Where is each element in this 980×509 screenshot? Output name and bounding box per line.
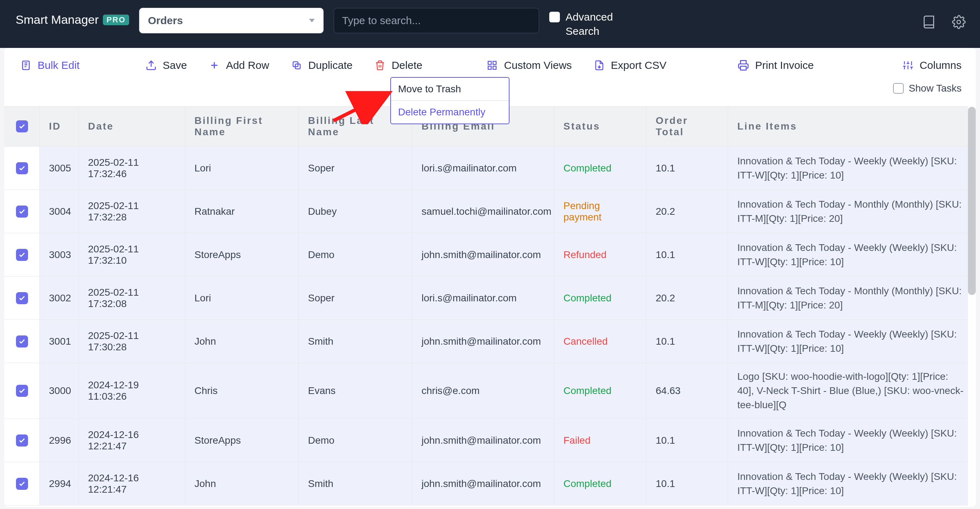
- cell-order-total[interactable]: 10.1: [646, 320, 728, 363]
- cell-id[interactable]: 3001: [40, 320, 79, 363]
- col-billing-first-name[interactable]: Billing First Name: [185, 107, 299, 146]
- row-checkbox[interactable]: [4, 276, 40, 319]
- cell-id[interactable]: 3003: [40, 233, 79, 276]
- show-tasks-toggle[interactable]: Show Tasks: [893, 83, 962, 94]
- table-row[interactable]: 2994 2024-12-16 12:21:47 John Smith john…: [4, 462, 968, 506]
- cell-date[interactable]: 2024-12-16 12:21:47: [79, 462, 185, 505]
- row-checkbox[interactable]: [4, 320, 40, 363]
- cell-billing-last-name[interactable]: Demo: [299, 419, 412, 462]
- delete-button[interactable]: Delete: [374, 59, 423, 71]
- row-checkbox[interactable]: [4, 147, 40, 190]
- cell-date[interactable]: 2025-02-11 17:30:28: [79, 320, 185, 363]
- table-row[interactable]: 3001 2025-02-11 17:30:28 John Smith john…: [4, 320, 968, 363]
- cell-id[interactable]: 3000: [40, 363, 79, 418]
- cell-billing-last-name[interactable]: Soper: [299, 147, 412, 190]
- col-status[interactable]: Status: [554, 107, 646, 146]
- delete-permanently-item[interactable]: Delete Permanently: [391, 101, 509, 123]
- cell-billing-last-name[interactable]: Dubey: [299, 190, 412, 233]
- cell-date[interactable]: 2025-02-11 17:32:10: [79, 233, 185, 276]
- advanced-search-checkbox[interactable]: [549, 12, 560, 22]
- add-row-button[interactable]: Add Row: [208, 59, 269, 71]
- cell-billing-email[interactable]: chris@e.com: [412, 363, 554, 418]
- cell-line-items[interactable]: Innovation & Tech Today - Weekly (Weekly…: [728, 320, 968, 363]
- row-checkbox[interactable]: [4, 363, 40, 418]
- cell-order-total[interactable]: 10.1: [646, 147, 728, 190]
- table-row[interactable]: 3005 2025-02-11 17:32:46 Lori Soper lori…: [4, 147, 968, 190]
- cell-billing-first-name[interactable]: John: [185, 320, 299, 363]
- cell-billing-first-name[interactable]: StoreApps: [185, 233, 299, 276]
- cell-date[interactable]: 2025-02-11 17:32:46: [79, 147, 185, 190]
- cell-order-total[interactable]: 10.1: [646, 233, 728, 276]
- cell-order-total[interactable]: 20.2: [646, 190, 728, 233]
- duplicate-button[interactable]: Duplicate: [291, 59, 353, 71]
- cell-date[interactable]: 2025-02-11 17:32:28: [79, 190, 185, 233]
- cell-billing-email[interactable]: samuel.tochi@mailinator.com: [412, 190, 554, 233]
- cell-billing-email[interactable]: john.smith@mailinator.com: [412, 233, 554, 276]
- cell-status[interactable]: Cancelled: [554, 320, 646, 363]
- cell-billing-email[interactable]: lori.s@mailinator.com: [412, 276, 554, 319]
- cell-billing-first-name[interactable]: Ratnakar: [185, 190, 299, 233]
- row-checkbox[interactable]: [4, 233, 40, 276]
- cell-billing-email[interactable]: john.smith@mailinator.com: [412, 320, 554, 363]
- columns-button[interactable]: Columns: [902, 59, 962, 71]
- cell-status[interactable]: Refunded: [554, 233, 646, 276]
- cell-id[interactable]: 3005: [40, 147, 79, 190]
- cell-line-items[interactable]: Innovation & Tech Today - Weekly (Weekly…: [728, 462, 968, 505]
- cell-order-total[interactable]: 10.1: [646, 419, 728, 462]
- col-id[interactable]: ID: [40, 107, 79, 146]
- header-checkbox[interactable]: [4, 107, 40, 146]
- cell-line-items[interactable]: Innovation & Tech Today - Monthly (Month…: [728, 190, 968, 233]
- cell-id[interactable]: 2996: [40, 419, 79, 462]
- cell-line-items[interactable]: Logo [SKU: woo-hoodie-with-logo][Qty: 1]…: [728, 363, 968, 418]
- row-checkbox[interactable]: [4, 190, 40, 233]
- table-row[interactable]: 3003 2025-02-11 17:32:10 StoreApps Demo …: [4, 233, 968, 276]
- cell-date[interactable]: 2025-02-11 17:32:08: [79, 276, 185, 319]
- cell-status[interactable]: Completed: [554, 276, 646, 319]
- cell-billing-last-name[interactable]: Smith: [299, 320, 412, 363]
- table-row[interactable]: 3000 2024-12-19 11:03:26 Chris Evans chr…: [4, 363, 968, 419]
- cell-id[interactable]: 2994: [40, 462, 79, 505]
- settings-icon[interactable]: [951, 15, 966, 29]
- show-tasks-checkbox[interactable]: [893, 83, 904, 94]
- cell-billing-first-name[interactable]: Chris: [185, 363, 299, 418]
- cell-billing-last-name[interactable]: Evans: [299, 363, 412, 418]
- cell-billing-email[interactable]: lori.s@mailinator.com: [412, 147, 554, 190]
- cell-status[interactable]: Failed: [554, 419, 646, 462]
- table-row[interactable]: 2996 2024-12-16 12:21:47 StoreApps Demo …: [4, 419, 968, 462]
- cell-billing-first-name[interactable]: Lori: [185, 147, 299, 190]
- cell-id[interactable]: 3002: [40, 276, 79, 319]
- custom-views-button[interactable]: Custom Views: [486, 59, 572, 71]
- cell-billing-email[interactable]: john.smith@mailinator.com: [412, 462, 554, 505]
- cell-id[interactable]: 3004: [40, 190, 79, 233]
- print-invoice-button[interactable]: Print Invoice: [737, 59, 814, 71]
- col-order-total[interactable]: Order Total: [646, 107, 728, 146]
- cell-date[interactable]: 2024-12-16 12:21:47: [79, 419, 185, 462]
- cell-order-total[interactable]: 20.2: [646, 276, 728, 319]
- entity-select[interactable]: Orders: [139, 8, 324, 34]
- cell-billing-first-name[interactable]: Lori: [185, 276, 299, 319]
- cell-status[interactable]: Completed: [554, 462, 646, 505]
- cell-billing-last-name[interactable]: Demo: [299, 233, 412, 276]
- cell-billing-first-name[interactable]: StoreApps: [185, 419, 299, 462]
- cell-date[interactable]: 2024-12-19 11:03:26: [79, 363, 185, 418]
- table-row[interactable]: 3004 2025-02-11 17:32:28 Ratnakar Dubey …: [4, 190, 968, 233]
- cell-billing-last-name[interactable]: Smith: [299, 462, 412, 505]
- vertical-scrollbar[interactable]: [968, 107, 976, 295]
- cell-status[interactable]: Pending payment: [554, 190, 646, 233]
- export-csv-button[interactable]: Export CSV: [593, 59, 667, 71]
- cell-status[interactable]: Completed: [554, 363, 646, 418]
- cell-line-items[interactable]: Innovation & Tech Today - Weekly (Weekly…: [728, 419, 968, 462]
- move-to-trash-item[interactable]: Move to Trash: [391, 78, 509, 101]
- table-row[interactable]: 3002 2025-02-11 17:32:08 Lori Soper lori…: [4, 276, 968, 320]
- row-checkbox[interactable]: [4, 462, 40, 505]
- row-checkbox[interactable]: [4, 419, 40, 462]
- docs-icon[interactable]: [922, 15, 936, 29]
- bulk-edit-button[interactable]: Bulk Edit: [20, 59, 80, 71]
- advanced-search-toggle[interactable]: Advanced Search: [549, 10, 613, 38]
- cell-line-items[interactable]: Innovation & Tech Today - Monthly (Month…: [728, 276, 968, 319]
- search-box[interactable]: [334, 8, 539, 34]
- col-line-items[interactable]: Line Items: [728, 107, 968, 146]
- save-button[interactable]: Save: [145, 59, 187, 71]
- cell-order-total[interactable]: 10.1: [646, 462, 728, 505]
- cell-order-total[interactable]: 64.63: [646, 363, 728, 418]
